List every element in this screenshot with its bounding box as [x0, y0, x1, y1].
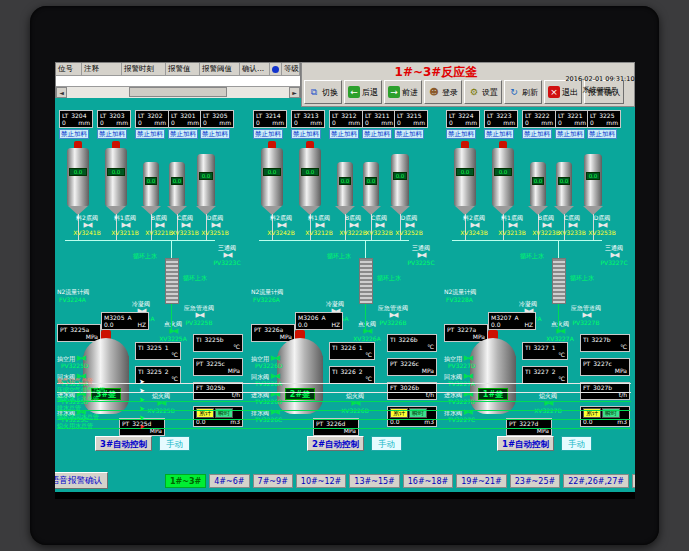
valve-icon[interactable]: ▶◀	[316, 221, 323, 229]
n2-flow-valve-name: N2流量计阀	[251, 288, 283, 295]
value-text: 0	[590, 119, 594, 126]
tab-16#~18#[interactable]: 16#~18#	[403, 474, 453, 488]
three-way-valve[interactable]: 三通阀▶◀PV3225C	[399, 244, 443, 266]
alarm-column-header[interactable]: 报警值	[166, 63, 200, 75]
valve-name: 点火阀	[551, 320, 569, 327]
valve-icon[interactable]: ▶◀	[182, 221, 189, 229]
valve-icon[interactable]: ▶◀	[196, 311, 203, 319]
pipe-flow-arrow-icon: ➤	[139, 424, 145, 431]
alarm-column-header[interactable]: 等级	[282, 63, 300, 75]
header-sort-icon[interactable]	[270, 63, 282, 75]
level-transmitter-box: LT_32020mm	[135, 110, 169, 128]
valve-icon[interactable]: ▶◀	[212, 221, 219, 229]
valve-icon[interactable]: ▶◀	[464, 372, 471, 380]
valve-name: 点火阀	[164, 320, 182, 327]
toolbar-button-设置[interactable]: ⚙设置	[464, 80, 502, 104]
valve-icon[interactable]: ▶◀	[406, 221, 413, 229]
reactor-vessel: 1#釜	[470, 332, 516, 416]
instrument-tag: LT_3202	[138, 112, 166, 119]
auto-control-button-3#自动控制[interactable]: 3#自动控制	[95, 436, 152, 451]
valve-icon[interactable]: ▶◀	[569, 221, 576, 229]
valve-icon[interactable]: ▶◀	[390, 311, 397, 319]
instrument-tag: TI_3225_2	[138, 368, 178, 375]
alarm-column-header[interactable]: 确认...	[240, 63, 270, 75]
auto-control-button-2#自动控制[interactable]: 2#自动控制	[307, 436, 364, 451]
valve-name: C底阀	[177, 214, 193, 221]
tab-28#~30#[interactable]: 28#~30#	[632, 474, 635, 488]
instrument-tag: LT_3213	[294, 112, 322, 119]
valve-icon[interactable]: ▶◀	[77, 354, 84, 362]
alarm-column-header[interactable]: 报警时刻	[122, 63, 166, 75]
alarm-hscrollbar[interactable]: ◄ ►	[56, 86, 300, 97]
valve-tag: PV3225D	[61, 362, 89, 369]
valve-icon[interactable]: ▶◀	[509, 221, 516, 229]
value-text: 0.0	[491, 321, 501, 328]
alarm-column-header[interactable]: 报警阈值	[200, 63, 240, 75]
valve-icon[interactable]: ▶◀	[84, 221, 91, 229]
feed-warning-label: 禁止加料	[484, 129, 514, 139]
valve-icon[interactable]: ▶◀	[278, 221, 285, 229]
ignite-valve[interactable]: 点火阀▶◀XV3226A	[345, 320, 389, 342]
three-way-valve[interactable]: 三通阀▶◀PV3227C	[592, 244, 635, 266]
ignite-valve[interactable]: 点火阀▶◀XV3225A	[151, 320, 195, 342]
valve-name: D底阀	[207, 214, 224, 221]
value-text: 0	[203, 119, 207, 126]
left-valve-row: 抽空用▶◀	[57, 354, 84, 362]
valve-icon[interactable]: ▶◀	[471, 221, 478, 229]
screen-bottom-strip	[55, 492, 635, 499]
pipe-line	[171, 304, 172, 332]
tab-19#~21#[interactable]: 19#~21#	[456, 474, 506, 488]
alarm-column-header[interactable]: 位号	[56, 63, 82, 75]
instrument-value: 0mm	[332, 119, 360, 126]
tank-bottom-valve[interactable]: D底阀▶◀XV3252B	[387, 214, 431, 236]
value-text: 0	[332, 119, 336, 126]
tab-13#~15#[interactable]: 13#~15#	[349, 474, 399, 488]
tab-10#~12#[interactable]: 10#~12#	[296, 474, 346, 488]
valve-icon[interactable]: ▶◀	[376, 221, 383, 229]
three-way-valve[interactable]: 三通阀▶◀PV3223C	[205, 244, 249, 266]
valve-icon[interactable]: ▶◀	[156, 221, 163, 229]
valve-icon[interactable]: ▶◀	[599, 221, 606, 229]
valve-icon[interactable]: ▶◀	[122, 221, 129, 229]
feed-warning-label: 禁止加料	[329, 129, 359, 139]
feed-tank	[299, 148, 321, 206]
tank-level-display: 0.0	[107, 168, 125, 176]
valve-icon[interactable]: ▶◀	[464, 354, 471, 362]
ignite-valve[interactable]: 点火阀▶◀XV3227A	[538, 320, 582, 342]
valve-name: 冷凝阀	[519, 300, 537, 307]
auto-control-button-1#自动控制[interactable]: 1#自动控制	[497, 436, 554, 451]
tank-level-display: 0.0	[145, 177, 157, 185]
valve-icon[interactable]: ▶◀	[224, 251, 231, 259]
valve-icon[interactable]: ▶◀	[583, 311, 590, 319]
valve-icon[interactable]: ▶◀	[271, 372, 278, 380]
valve-icon[interactable]: ▶◀	[611, 251, 618, 259]
scroll-left-icon[interactable]: ◄	[56, 87, 67, 98]
unit-text: ℃	[365, 375, 372, 382]
right-instrument-box: FT_3025bt/h	[193, 382, 243, 400]
value-text: 0	[256, 119, 260, 126]
alarm-column-header[interactable]: 注释	[82, 63, 122, 75]
toolbar-button-前进[interactable]: →前进	[384, 80, 422, 104]
scroll-right-icon[interactable]: ►	[289, 87, 300, 98]
tank-bottom-valve[interactable]: D底阀▶◀XV3253B	[580, 214, 624, 236]
toolbar-button-后退[interactable]: ←后退	[344, 80, 382, 104]
toolbar-button-切换[interactable]: ⧉切换	[304, 80, 342, 104]
tank-bottom-valve[interactable]: D底阀▶◀XV3251B	[193, 214, 237, 236]
exit-icon: ×	[548, 86, 560, 98]
tab-22#,26#,27#[interactable]: 22#,26#,27#	[563, 474, 629, 488]
scrollbar-thumb[interactable]	[129, 87, 227, 97]
instrument-value: MPa	[583, 367, 627, 374]
toolbar-button-登录[interactable]: ☻登录	[424, 80, 462, 104]
valve-icon[interactable]: ▶◀	[271, 354, 278, 362]
valve-icon[interactable]: ▶◀	[350, 221, 357, 229]
voice-alarm-confirm-button[interactable]: 语音报警确认	[55, 472, 108, 489]
instrument-tag: LT_3205	[203, 112, 231, 119]
valve-icon[interactable]: ▶◀	[543, 221, 550, 229]
valve-icon[interactable]: ▶◀	[418, 251, 425, 259]
tab-23#~25#[interactable]: 23#~25#	[510, 474, 560, 488]
tab-4#~6#[interactable]: 4#~6#	[209, 474, 249, 488]
toolbar-button-刷新[interactable]: ↻刷新	[504, 80, 542, 104]
tab-1#~3#[interactable]: 1#~3#	[165, 474, 206, 488]
scrollbar-track[interactable]	[67, 87, 289, 98]
tab-7#~9#[interactable]: 7#~9#	[253, 474, 293, 488]
